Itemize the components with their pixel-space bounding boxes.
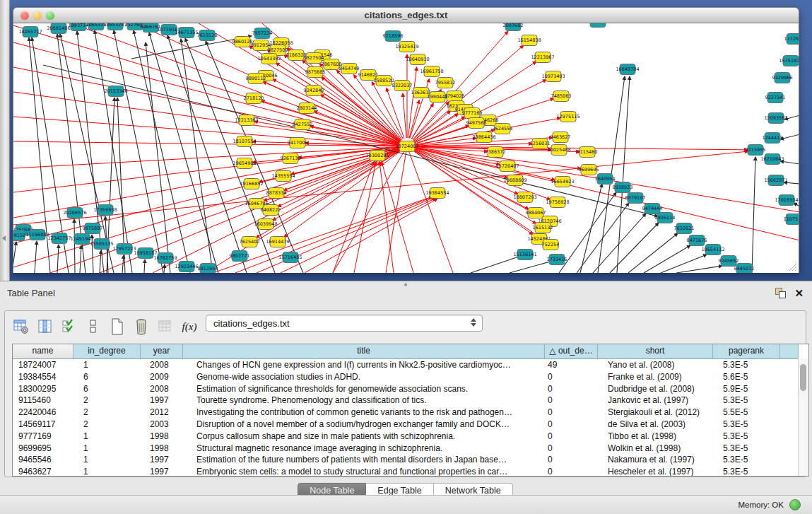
cell-in_degree[interactable]: 2 — [73, 407, 141, 419]
network-node[interactable]: 8813054 — [588, 23, 608, 28]
network-node[interactable]: 16914479 — [266, 237, 289, 247]
network-node[interactable]: 7386372 — [486, 147, 506, 158]
table-row[interactable]: 1938455462009Genome-wide association stu… — [13, 371, 808, 383]
cell-short[interactable]: Dudbridge et al. (2008) — [598, 383, 713, 395]
cell-pagerank[interactable]: 5.3E-5 — [713, 466, 780, 477]
cell-name[interactable]: 14569117 — [13, 419, 73, 431]
cell-name[interactable]: 9463627 — [13, 466, 73, 477]
network-node[interactable]: 1112954 — [784, 34, 799, 45]
import-table-icon[interactable] — [155, 317, 176, 337]
cell-title[interactable]: Embryonic stem cells: a model to study s… — [183, 466, 545, 477]
splitter-handle[interactable]: ▴ — [401, 281, 410, 286]
network-node[interactable]: 2803144 — [297, 103, 317, 114]
network-node[interactable]: 9227341 — [765, 93, 786, 103]
network-node[interactable]: 9267130 — [281, 153, 301, 164]
table-row[interactable]: 969969511998Structural magnetic resonanc… — [13, 443, 808, 455]
cell-short[interactable]: Tibbo et al. (1998) — [598, 431, 713, 443]
cell-title[interactable]: Disruption of a novel member of a sodium… — [183, 419, 545, 431]
network-node[interactable]: 1990448 — [428, 92, 448, 103]
cell-pagerank[interactable]: 5.3E-5 — [713, 419, 780, 431]
network-node[interactable]: 9245652 — [719, 256, 739, 267]
network-node[interactable]: 18107554 — [233, 136, 256, 147]
network-node[interactable]: 9417006 — [288, 138, 308, 148]
network-node[interactable]: 9975887 — [83, 223, 103, 234]
network-node[interactable]: 14355554 — [271, 171, 295, 182]
cell-year[interactable]: 2009 — [141, 371, 183, 383]
table-row[interactable]: 946362711997Embryonic stem cells: a mode… — [13, 466, 808, 477]
cell-in_degree[interactable]: 1 — [73, 443, 141, 455]
network-node[interactable]: 19166852 — [240, 179, 263, 189]
cell-title[interactable]: Genome-wide association studies in ADHD. — [183, 371, 545, 383]
cell-filler[interactable] — [780, 395, 799, 407]
cell-name[interactable]: 9699695 — [13, 443, 73, 455]
cell-short[interactable]: Jankovic et al. (1997) — [598, 395, 713, 407]
table-scrollbar[interactable] — [798, 358, 808, 476]
network-node[interactable]: 1588520 — [374, 76, 394, 86]
table-selector-dropdown[interactable]: citations_edges.txt — [206, 315, 483, 332]
network-node[interactable]: 8471676 — [687, 235, 707, 246]
cell-title[interactable]: Corpus callosum shape and size in male p… — [183, 431, 545, 443]
cell-in_degree[interactable]: 2 — [73, 419, 141, 431]
network-node[interactable]: 15716485 — [278, 252, 302, 263]
cell-filler[interactable] — [780, 407, 799, 419]
network-node[interactable]: 16154838 — [517, 35, 541, 46]
column-header-year[interactable]: year — [141, 344, 183, 358]
column-header-out_de…[interactable]: △ out_de… — [545, 344, 598, 358]
network-graph[interactable]: 1405571720691406189371410653251065328715… — [13, 23, 799, 273]
show-columns-icon[interactable] — [35, 317, 56, 337]
new-table-icon[interactable] — [107, 317, 128, 337]
cell-short[interactable]: Yano et al. (2008) — [598, 359, 713, 371]
network-node[interactable]: 19654908 — [233, 158, 256, 169]
network-node[interactable]: 16648784 — [616, 64, 639, 75]
cell-filler[interactable] — [780, 466, 799, 477]
network-node[interactable]: 8454749 — [339, 64, 360, 74]
cell-in_degree[interactable]: 1 — [73, 466, 141, 477]
network-node[interactable]: 7485063 — [551, 91, 572, 102]
table-row[interactable]: 977716911998Corpus callosum shape and si… — [13, 431, 808, 443]
network-node[interactable]: 10653287 — [103, 23, 126, 30]
cell-year[interactable]: 1997 — [141, 454, 183, 466]
cell-out_de…[interactable]: 0 — [545, 454, 598, 466]
network-node[interactable]: 12213967 — [531, 52, 554, 63]
row-height-icon[interactable] — [83, 317, 104, 337]
cell-name[interactable]: 9777169 — [13, 431, 73, 443]
network-node[interactable]: 1733426 — [547, 255, 567, 265]
column-header-filler[interactable] — [780, 344, 799, 358]
column-header-name[interactable]: name — [13, 344, 73, 358]
cell-name[interactable]: 22420046 — [13, 407, 73, 419]
cell-out_de…[interactable]: 0 — [545, 371, 598, 383]
network-node[interactable]: 18325419 — [395, 42, 418, 52]
network-node[interactable]: 9115460 — [577, 147, 598, 158]
cell-out_de…[interactable]: 0 — [545, 407, 598, 419]
network-node[interactable]: 10654112 — [701, 245, 724, 255]
cell-year[interactable]: 2008 — [141, 359, 183, 371]
cell-out_de…[interactable]: 0 — [545, 419, 598, 431]
cell-year[interactable]: 2003 — [141, 419, 183, 431]
collapse-arrow-icon[interactable] — [2, 235, 6, 241]
cell-year[interactable]: 1997 — [141, 395, 183, 407]
cell-title[interactable]: Tourette syndrome. Phenomenology and cla… — [183, 395, 545, 407]
network-node[interactable]: 9875685 — [305, 67, 326, 78]
cell-short[interactable]: de Silva et al. (2003) — [598, 419, 713, 431]
cell-pagerank[interactable]: 5.3E-5 — [713, 431, 780, 443]
network-node[interactable]: 7957224 — [252, 28, 273, 39]
network-node[interactable]: 752254 — [542, 240, 560, 250]
cell-title[interactable]: Investigating the contribution of common… — [183, 407, 545, 419]
resize-grip-icon[interactable] — [787, 262, 797, 271]
cell-pagerank[interactable]: 5.3E-5 — [713, 454, 780, 466]
cell-pagerank[interactable]: 5.6E-5 — [713, 371, 780, 383]
table-row[interactable]: 2242004622012Investigating the contribut… — [13, 407, 808, 419]
cell-pagerank[interactable]: 5.9E-5 — [713, 383, 780, 395]
cell-year[interactable]: 2008 — [141, 383, 183, 395]
network-node[interactable]: 7632621 — [674, 223, 695, 234]
column-header-short[interactable]: short — [598, 344, 713, 358]
network-node[interactable]: 12342757 — [47, 233, 71, 244]
network-node[interactable]: 2718120 — [244, 93, 264, 104]
network-node[interactable]: 2087682 — [503, 23, 524, 31]
cell-year[interactable]: 2012 — [141, 407, 183, 419]
network-node[interactable]: 9329966 — [772, 73, 793, 83]
select-rows-icon[interactable] — [59, 317, 80, 337]
cell-filler[interactable] — [780, 419, 799, 431]
float-window-icon[interactable] — [775, 288, 786, 298]
table-row[interactable]: 1830029562008Estimation of significance … — [13, 383, 808, 395]
